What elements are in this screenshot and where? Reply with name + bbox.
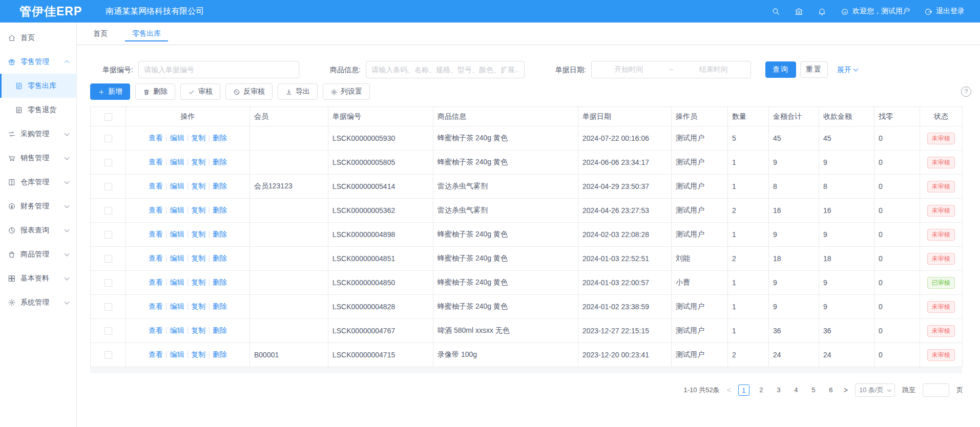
edit-link[interactable]: 编辑: [170, 302, 184, 310]
view-link[interactable]: 查看: [149, 302, 163, 310]
horizontal-scrollbar[interactable]: [90, 367, 962, 373]
row-checkbox[interactable]: [105, 159, 112, 166]
page-number[interactable]: 6: [825, 385, 837, 396]
delete-link[interactable]: 删除: [213, 278, 227, 286]
copy-link[interactable]: 复制: [191, 206, 205, 214]
view-link[interactable]: 查看: [149, 254, 163, 262]
row-checkbox[interactable]: [105, 255, 112, 263]
select-all-checkbox[interactable]: [105, 113, 112, 121]
delete-link[interactable]: 删除: [213, 254, 227, 262]
sidebar-item-finance-manage[interactable]: 财务管理: [0, 194, 76, 218]
row-checkbox[interactable]: [105, 279, 112, 287]
sidebar-item-home[interactable]: 首页: [0, 26, 76, 50]
copy-link[interactable]: 复制: [191, 182, 205, 190]
delete-link[interactable]: 删除: [213, 350, 227, 358]
row-checkbox[interactable]: [105, 327, 112, 335]
add-button[interactable]: 新增: [90, 83, 130, 100]
audit-button[interactable]: 审核: [180, 83, 220, 100]
copy-link[interactable]: 复制: [191, 350, 205, 358]
copy-link[interactable]: 复制: [191, 254, 205, 262]
row-checkbox[interactable]: [105, 351, 112, 359]
sidebar-item-retail-return[interactable]: 零售退货: [0, 98, 76, 122]
sidebar-item-sales-manage[interactable]: 销售管理: [0, 146, 76, 170]
sidebar-item-purchase-manage[interactable]: 采购管理: [0, 122, 76, 146]
view-link[interactable]: 查看: [149, 182, 163, 190]
sidebar-item-system-manage[interactable]: 系统管理: [0, 290, 76, 314]
reset-button[interactable]: 重置: [800, 61, 828, 78]
copy-link[interactable]: 复制: [191, 302, 205, 310]
search-button[interactable]: 查询: [765, 61, 796, 78]
copy-link[interactable]: 复制: [191, 158, 205, 166]
view-link[interactable]: 查看: [149, 278, 163, 286]
view-link[interactable]: 查看: [149, 158, 163, 166]
delete-link[interactable]: 删除: [213, 206, 227, 214]
row-checkbox[interactable]: [105, 207, 112, 215]
sidebar-item-retail-outbound[interactable]: 零售出库: [0, 74, 76, 98]
row-select-cell: [91, 271, 126, 295]
page-number[interactable]: 5: [808, 385, 819, 396]
column-header: 商品信息: [433, 107, 578, 126]
sidebar-item-goods-manage[interactable]: 商品管理: [0, 242, 76, 266]
product-info-input[interactable]: [366, 61, 525, 78]
jump-page-input[interactable]: [923, 383, 949, 397]
copy-link[interactable]: 复制: [191, 134, 205, 142]
edit-link[interactable]: 编辑: [170, 326, 184, 334]
page-size-select[interactable]: 10 条/页: [855, 383, 895, 397]
edit-link[interactable]: 编辑: [170, 134, 184, 142]
help-button[interactable]: ?: [961, 87, 971, 97]
unaudit-button[interactable]: 反审核: [225, 83, 273, 100]
divider: |: [187, 254, 189, 262]
view-link[interactable]: 查看: [149, 230, 163, 238]
sidebar-item-report-query[interactable]: 报表查询: [0, 218, 76, 242]
date-cell: 2023-12-20 00:23:41: [578, 343, 672, 367]
page-number[interactable]: 2: [756, 385, 767, 396]
delete-button[interactable]: 删除: [135, 83, 175, 100]
row-checkbox[interactable]: [105, 303, 112, 311]
export-icon: [285, 88, 293, 96]
expand-link[interactable]: 展开: [837, 61, 858, 78]
view-link[interactable]: 查看: [149, 326, 163, 334]
edit-link[interactable]: 编辑: [170, 182, 184, 190]
bill-no-input[interactable]: [138, 61, 299, 78]
logout-button[interactable]: 退出登录: [924, 7, 965, 16]
copy-link[interactable]: 复制: [191, 278, 205, 286]
edit-link[interactable]: 编辑: [170, 278, 184, 286]
date-range-picker[interactable]: 开始时间 ~ 结束时间: [591, 61, 751, 78]
page-number[interactable]: 3: [773, 385, 784, 396]
search-icon[interactable]: [772, 7, 780, 16]
bank-icon[interactable]: [795, 7, 803, 16]
delete-link[interactable]: 删除: [213, 134, 227, 142]
view-link[interactable]: 查看: [149, 206, 163, 214]
page-number[interactable]: 1: [738, 385, 749, 396]
tab-retail-outbound[interactable]: 零售出库: [124, 23, 169, 45]
copy-link[interactable]: 复制: [191, 326, 205, 334]
edit-link[interactable]: 编辑: [170, 350, 184, 358]
export-button[interactable]: 导出: [278, 83, 318, 100]
sidebar-item-warehouse-manage[interactable]: 仓库管理: [0, 170, 76, 194]
row-checkbox[interactable]: [105, 183, 112, 190]
delete-link[interactable]: 删除: [213, 302, 227, 310]
row-checkbox[interactable]: [105, 135, 112, 142]
view-link[interactable]: 查看: [149, 134, 163, 142]
delete-link[interactable]: 删除: [213, 326, 227, 334]
edit-link[interactable]: 编辑: [170, 230, 184, 238]
bell-icon[interactable]: [818, 7, 826, 16]
delete-link[interactable]: 删除: [213, 230, 227, 238]
edit-link[interactable]: 编辑: [170, 254, 184, 262]
page-number[interactable]: 4: [790, 385, 802, 396]
sidebar-item-basic-data[interactable]: 基本资料: [0, 266, 76, 290]
copy-link[interactable]: 复制: [191, 230, 205, 238]
delete-link[interactable]: 删除: [213, 182, 227, 190]
welcome-user[interactable]: 欢迎您，测试用户: [841, 7, 910, 16]
view-link[interactable]: 查看: [149, 350, 163, 358]
operator-cell: 测试用户: [672, 319, 728, 343]
sidebar-item-retail-manage[interactable]: 零售管理: [0, 50, 76, 74]
column-settings-button[interactable]: 列设置: [323, 83, 370, 100]
tab-home[interactable]: 首页: [85, 23, 116, 45]
next-page-button[interactable]: >: [844, 386, 848, 394]
edit-link[interactable]: 编辑: [170, 158, 184, 166]
edit-link[interactable]: 编辑: [170, 206, 184, 214]
prev-page-button[interactable]: <: [727, 386, 731, 394]
delete-link[interactable]: 删除: [213, 158, 227, 166]
row-checkbox[interactable]: [105, 231, 112, 239]
